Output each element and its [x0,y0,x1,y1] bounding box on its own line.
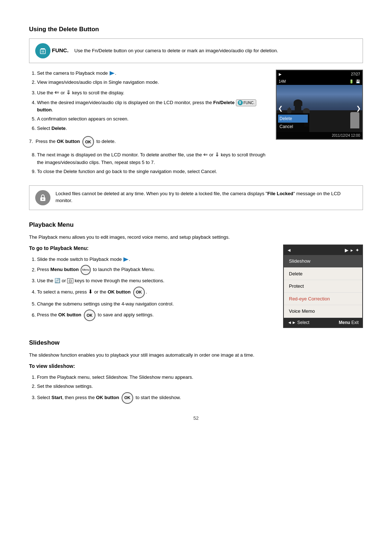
menu-item-protect[interactable]: Protect [284,280,362,293]
delete-option: Delete [278,115,308,123]
cancel-option: Cancel [279,123,306,131]
playback-icon-2 [123,257,128,262]
func-info-box: FUNC. Use the Fn/Delete button on your c… [29,38,363,63]
ok-button-icon-4: OK [122,392,133,404]
camera-icons-right: 🔋 💾 [349,79,360,84]
delete-steps-area: Set the camera to Playback mode . View i… [29,70,363,180]
resolution-icon: 14M [279,79,286,84]
locked-note-text: Locked files cannot be deleted at any ti… [56,190,357,204]
menu-item-delete[interactable]: Delete [284,268,362,280]
delete-step-8: The next image is displayed on the LCD m… [37,151,267,166]
slideshow-steps-list: From the Playback menu, select Slideshow… [29,374,363,404]
rotate-icon: 🔄 [54,278,60,283]
svg-rect-0 [40,49,45,54]
delete-steps-left: Set the camera to Playback mode . View i… [29,70,267,180]
func-icon-group: FUNC. [35,43,69,58]
header-icons: ▶ ▸ ✦ [345,247,359,254]
playback-steps-left: To go to Playback Menu: Slide the mode s… [29,245,274,326]
battery-icon: 🔋 [349,79,354,84]
tower-dome-2 [294,99,302,106]
svg-point-4 [42,198,44,200]
slideshow-step-3: Select Start, then press the OK button O… [37,392,363,404]
lock-icon [35,190,50,205]
playback-menu-content: To go to Playback Menu: Slide the mode s… [29,245,363,328]
menu-item-redeye[interactable]: Red-eye Correction [284,293,362,305]
playback-menu-screen-area: ◄ ▶ ▸ ✦ Slideshow Delete Protect Red-eye… [283,245,363,328]
tower-dome-3 [303,108,310,113]
delete-step-4: When the desired image/video/audio clip … [37,99,267,114]
menu-button-icon: Menu [81,265,91,275]
playback-menu-header: ◄ ▶ ▸ ✦ [284,245,362,255]
delete-menu-overlay: Delete Cancel [277,113,309,132]
delete-steps-list: Set the camera to Playback mode . View i… [29,70,267,132]
slideshow-section: Slideshow The slideshow function enables… [29,338,363,404]
ok-button-icon-1: OK [82,136,94,148]
playback-menu-display: ◄ ▶ ▸ ✦ Slideshow Delete Protect Red-eye… [283,245,363,328]
playback-step-5: Change the submenu settings using the 4-… [37,300,274,308]
playback-step-1: Slide the mode switch to Playback mode . [37,256,274,263]
camera-top-bar: ▶ 27/27 [277,70,362,78]
playback-step-4: To select a menu, press ⬇ or the OK butt… [37,287,274,298]
playback-subheading: To go to Playback Menu: [29,245,274,252]
menu-item-voicememo[interactable]: Voice Memo [284,305,362,318]
playback-step-2: Press Menu button Menu to launch the Pla… [37,265,274,275]
delete-step-7: 7. Press the OK button OK to delete. [29,136,267,148]
counter-display: 27/27 [351,71,360,77]
delete-button-section: Using the Delete Button FUNC. Use the Fn… [29,25,363,210]
delete-steps-list-2: The next image is displayed on the LCD m… [29,151,267,175]
scroll-icon-left: ⇐ [54,89,59,95]
camera-meta-row: 14M 🔋 💾 [277,78,362,85]
func-description: Use the Fn/Delete button on your camera … [74,47,278,54]
scroll-icon-right: ⇓ [66,89,71,95]
func-circle-icon [35,43,50,58]
playback-icon-1 [110,71,115,75]
frame-icon: ⊡ [67,278,73,283]
playback-menu-section: Playback Menu The Playback menu allows y… [29,220,363,328]
delete-step-6: Select Delete. [37,125,267,132]
playback-menu-intro: The Playback menu allows you to edit ima… [29,234,363,241]
menu-label-mini: Menu [82,268,89,272]
delete-step-3: Use the ⇐ or ⇓ keys to scroll the displa… [37,88,267,97]
delete-step-1: Set the camera to Playback mode . [37,70,267,77]
playback-mode-icon: ▶ [345,247,348,254]
delete-step-9: To close the Delete function and go back… [37,168,267,175]
page-number: 52 [29,415,363,422]
delete-step-2: View images/videos/audio clips in Single… [37,79,267,86]
slideshow-step-1: From the Playback menu, select Slideshow… [37,374,363,381]
playback-menu-title: Playback Menu [29,220,363,230]
camera-display: ▶ 27/27 14M 🔋 💾 [276,70,363,140]
scroll-icon-3: ⇓ [215,151,220,157]
down-arrow-icon: ⬇ [88,288,93,295]
footer-select-label: ◄► Select [287,319,309,326]
header-left-arrow: ◄ [287,247,291,254]
playback-steps-list: Slide the mode switch to Playback mode .… [29,256,274,321]
delete-camera-screen: ▶ 27/27 14M 🔋 💾 [276,70,363,140]
func-mini-label: FUNC. [244,100,255,106]
play-icon-top: ▶ [279,71,282,77]
scroll-icon-2: ⇐ [203,151,208,157]
playback-menu-items-list: Slideshow Delete Protect Red-eye Correct… [284,255,362,318]
func-label: FUNC. [52,46,69,55]
nav-left-arrow: ❮ [278,104,283,113]
playback-step-3: Use the 🔄 or ⊡ keys to move through the … [37,277,274,284]
ok-button-icon-3: OK [84,309,95,321]
footer-exit-label: Menu Exit [339,319,359,326]
memory-icon: 💾 [356,79,360,84]
playback-menu-footer: ◄► Select Menu Exit [284,318,362,327]
playback-step-6: Press the OK button OK to save and apply… [37,309,274,321]
slideshow-intro: The slideshow function enables you to pl… [29,352,363,359]
header-star: ✦ [355,247,359,254]
menu-item-slideshow[interactable]: Slideshow [284,255,362,268]
nav-right-arrow: ❯ [356,104,361,113]
func-button-inline: 🗑 FUNC. [236,99,257,106]
delete-step-5: A confirmation selection appears on scre… [37,115,267,123]
delete-button-title: Using the Delete Button [29,25,363,34]
camera-image-area: ❮ ❯ Delete Cancel [277,85,362,132]
header-arrow: ▸ [351,247,353,254]
locked-files-note: Locked files cannot be deleted at any ti… [29,185,363,210]
slideshow-step-2: Set the slideshow settings. [37,383,363,390]
person-silhouette [350,112,359,128]
slideshow-subheading: To view slideshow: [29,362,363,370]
ok-button-icon-2: OK [133,287,145,298]
slideshow-title: Slideshow [29,338,363,348]
